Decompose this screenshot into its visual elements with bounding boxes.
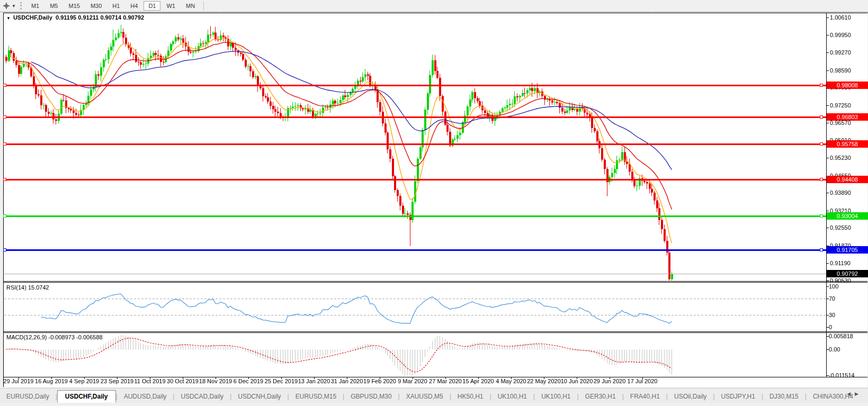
tab-scroll-arrows: ◀▶	[847, 391, 863, 396]
timeframe-button-h1[interactable]: H1	[108, 1, 124, 11]
price-tick-label: 0.91190	[830, 260, 867, 266]
rsi-tick-label: 30	[829, 312, 867, 318]
hline-chip-0.98008[interactable]: 0.98008	[827, 82, 868, 89]
price-tick-label: 0.96570	[830, 120, 867, 126]
tab-dj30-m15[interactable]: DJ30,M15	[763, 391, 805, 402]
timeframe-button-h4[interactable]: H4	[126, 1, 142, 11]
chart-tab-bar: EURUSD,Daily|USDCHF,Daily|AUDUSD,Daily|U…	[0, 388, 868, 404]
rsi-tick-label: 70	[829, 295, 867, 302]
toolbar-separator	[203, 2, 204, 10]
timeframe-button-m1[interactable]: M1	[26, 1, 44, 11]
tab-usdchf-daily[interactable]: USDCHF,Daily	[57, 390, 116, 403]
chart-title: ▼USDCHF,Daily 0.91195 0.91211 0.90714 0.…	[6, 14, 144, 21]
rsi-label: RSI(14) 15.0742	[6, 284, 49, 291]
tab-usdjpy-h1[interactable]: USDJPY,H1	[714, 391, 761, 402]
price-tick-label: 0.92550	[830, 224, 867, 231]
tab-uk100-h1[interactable]: UK100,H1	[535, 391, 577, 402]
tab-fra40-h1[interactable]: FRA40,H1	[624, 391, 666, 402]
tab-uk100-h1[interactable]: UK100,H1	[491, 391, 533, 402]
timeframe-button-m15[interactable]: M15	[64, 1, 84, 11]
macd-tick-label: -0.011514	[829, 372, 867, 378]
rsi-tick-label: 0	[829, 324, 867, 330]
tab-xauusd-m5[interactable]: XAUUSD,M5	[400, 391, 450, 402]
price-tick-label: 1.00610	[830, 14, 867, 21]
hline-chip-0.95758[interactable]: 0.95758	[827, 140, 868, 148]
tab-usoil-daily[interactable]: USOil,Daily	[668, 391, 713, 402]
hline-chip-0.94408[interactable]: 0.94408	[827, 176, 868, 183]
tab-scroll-right-icon[interactable]: ▶	[855, 391, 863, 396]
tab-scroll-left-icon[interactable]: ◀	[847, 391, 855, 396]
tab-hk50-h1[interactable]: HK50,H1	[451, 391, 490, 402]
tab-audusd-daily[interactable]: AUDUSD,Daily	[118, 391, 173, 402]
rsi-tick-label: 100	[829, 283, 867, 290]
price-tick-label: 0.99950	[830, 32, 867, 38]
timeframe-button-m5[interactable]: M5	[45, 1, 62, 11]
tab-ger30-h1[interactable]: GER30,H1	[579, 391, 622, 402]
price-tick-label: 0.98590	[830, 67, 867, 74]
mt4-window: ▼ M1M5M15M30H1H4D1W1MN ▼USDCHF,Daily 0.9…	[0, 0, 868, 406]
macd-tick-label: 0.005818	[829, 333, 867, 339]
tab-usdcad-daily[interactable]: USDCAD,Daily	[174, 391, 230, 402]
tab-gbpusd-m30[interactable]: GBPUSD,M30	[344, 391, 398, 402]
tab-eurusd-m15[interactable]: EURUSD,M15	[289, 391, 343, 402]
timeframe-button-m30[interactable]: M30	[86, 1, 106, 11]
chart-canvas[interactable]	[0, 0, 868, 406]
toolbar-grip[interactable]	[20, 2, 22, 10]
timeframe-button-w1[interactable]: W1	[162, 1, 180, 11]
hline-chip-0.93004[interactable]: 0.93004	[827, 212, 868, 220]
hline-chip-0.91705[interactable]: 0.91705	[827, 246, 868, 254]
price-tick-label: 0.97250	[830, 102, 867, 109]
macd-tick-label: 0.00	[829, 346, 867, 353]
tab-usdcnh-daily[interactable]: USDCNH,Daily	[231, 391, 287, 402]
toolbar: ▼ M1M5M15M30H1H4D1W1MN	[0, 0, 868, 12]
macd-label: MACD(12,26,9) -0.008973 -0.006588	[6, 334, 103, 340]
tab-eurusd-daily[interactable]: EURUSD,Daily	[0, 391, 56, 402]
price-tick-label: 0.99270	[830, 49, 867, 56]
triangle-down-icon[interactable]: ▼	[6, 16, 11, 21]
timeframe-button-mn[interactable]: MN	[181, 1, 200, 11]
timeframe-button-d1[interactable]: D1	[144, 1, 160, 11]
current-price-chip: 0.90792	[827, 270, 868, 277]
status-strip	[0, 403, 868, 406]
chart-ohlc-values: 0.91195 0.91211 0.90714 0.90792	[56, 14, 144, 21]
price-tick-label: 0.95230	[830, 155, 867, 161]
timeframe-buttons: M1M5M15M30H1H4D1W1MN	[26, 1, 200, 11]
crosshair-icon[interactable]	[2, 2, 11, 10]
price-tick-label: 0.93890	[830, 190, 867, 196]
hline-chip-0.96803[interactable]: 0.96803	[827, 113, 868, 121]
caret-down-icon[interactable]: ▼	[12, 4, 16, 8]
date-tick-label: 17 Jul 2020	[620, 378, 665, 384]
chart-symbol-period: USDCHF,Daily	[13, 14, 52, 21]
